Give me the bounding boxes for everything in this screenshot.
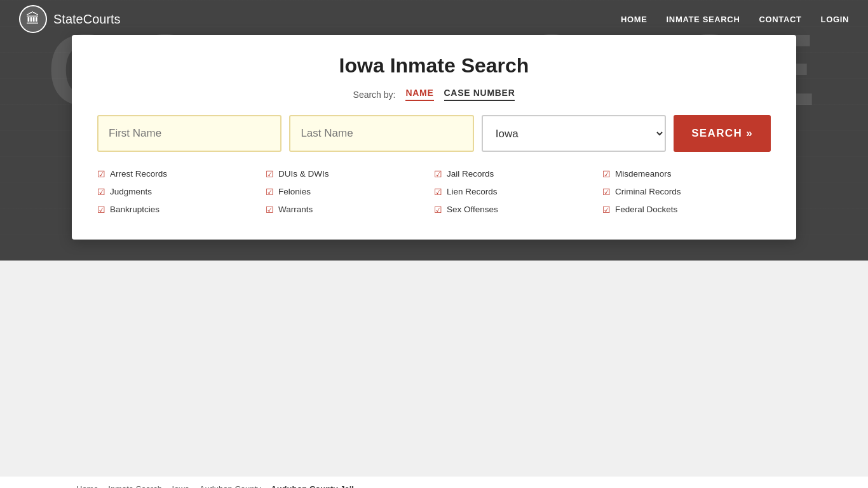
tab-name[interactable]: NAME [405,88,433,101]
check-item: ☑Misdemeanors [602,167,771,182]
tab-case-number[interactable]: CASE NUMBER [444,88,515,101]
check-label: Warrants [278,203,313,217]
check-icon: ☑ [266,203,274,218]
breadcrumb-current: Audubon County Jail [271,484,354,488]
last-name-input[interactable] [289,115,473,152]
check-label: Sex Offenses [447,203,498,217]
search-by-label: Search by: [353,90,396,100]
nav-login[interactable]: LOGIN [821,15,849,24]
check-icon: ☑ [97,185,105,200]
check-item: ☑Warrants [266,203,434,218]
state-select[interactable]: Iowa Alabama Alaska Arizona Arkansas Cal… [482,115,666,152]
search-by-row: Search by: NAME CASE NUMBER [97,88,771,101]
check-item: ☑Jail Records [434,167,602,182]
top-navigation: 🏛 StateCourts HOME INMATE SEARCH CONTACT… [0,0,868,38]
breadcrumb-iowa[interactable]: Iowa [172,484,189,488]
check-icon: ☑ [266,185,274,200]
check-icon: ☑ [602,185,611,200]
check-label: Lien Records [447,185,498,200]
check-label: Bankruptcies [110,203,159,217]
logo-text: StateCourts [53,12,121,27]
logo-name-light: Courts [83,12,121,26]
search-button[interactable]: SEARCH » [674,115,771,152]
check-icon: ☑ [434,185,442,200]
check-icon: ☑ [97,167,105,182]
breadcrumb-home[interactable]: Home [76,484,98,488]
breadcrumb-sep-2: › [166,485,168,489]
check-label: Felonies [278,185,311,200]
nav-links-container: HOME INMATE SEARCH CONTACT LOGIN [621,15,849,24]
check-label: DUIs & DWIs [278,167,329,182]
breadcrumb: Home › Inmate Search › Iowa › Audubon Co… [0,477,868,488]
check-item: ☑Arrest Records [97,167,266,182]
checklist: ☑Arrest Records☑DUIs & DWIs☑Jail Records… [97,167,771,217]
check-label: Judgments [110,185,152,200]
breadcrumb-sep-4: › [265,485,268,489]
search-card: Iowa Inmate Search Search by: NAME CASE … [72,35,796,240]
logo-icon: 🏛 [19,5,47,33]
check-label: Arrest Records [110,167,167,182]
check-item: ☑Judgments [97,185,266,200]
check-icon: ☑ [97,203,105,218]
search-card-title: Iowa Inmate Search [97,54,771,78]
nav-contact[interactable]: CONTACT [759,15,801,24]
site-logo[interactable]: 🏛 StateCourts [19,5,121,33]
check-item: ☑Criminal Records [602,185,771,200]
check-icon: ☑ [266,167,274,182]
check-icon: ☑ [434,203,442,218]
check-icon: ☑ [602,167,611,182]
check-icon: ☑ [434,167,442,182]
search-inputs-row: Iowa Alabama Alaska Arizona Arkansas Cal… [97,115,771,152]
nav-inmate-search[interactable]: INMATE SEARCH [667,15,740,24]
check-item: ☑Lien Records [434,185,602,200]
check-label: Criminal Records [615,185,681,200]
check-label: Federal Dockets [615,203,677,217]
check-label: Misdemeanors [615,167,672,182]
hero-section: COURTHOUSE 🏛 StateCourts HOME INMATE SEA… [0,0,868,261]
check-item: ☑Federal Dockets [602,203,771,218]
breadcrumb-inmate-search[interactable]: Inmate Search [108,484,162,488]
check-item: ☑Bankruptcies [97,203,266,218]
check-item: ☑DUIs & DWIs [266,167,434,182]
check-icon: ☑ [602,203,611,218]
check-item: ☑Felonies [266,185,434,200]
breadcrumb-audubon-county[interactable]: Audubon County [200,484,261,488]
nav-home[interactable]: HOME [621,15,648,24]
check-label: Jail Records [447,167,494,182]
first-name-input[interactable] [97,115,281,152]
breadcrumb-sep-1: › [102,485,105,489]
logo-name-bold: State [53,12,83,26]
check-item: ☑Sex Offenses [434,203,602,218]
breadcrumb-sep-3: › [193,485,196,489]
